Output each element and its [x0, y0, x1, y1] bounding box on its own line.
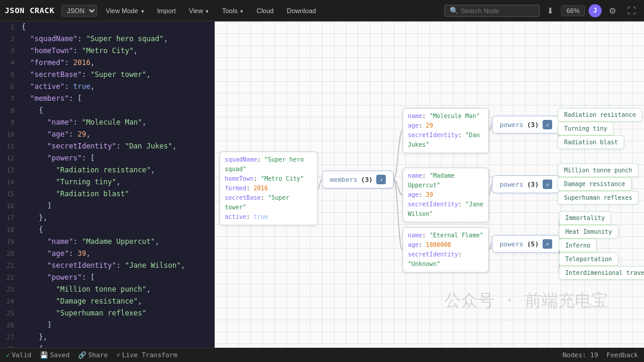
- editor-line: 3 "homeTown": "Metro City",: [0, 45, 214, 57]
- leaf-node: Million tonne punch: [558, 163, 639, 177]
- tools-button[interactable]: Tools ▾: [217, 5, 248, 16]
- settings-icon-button[interactable]: ⚙: [605, 5, 620, 17]
- editor-line: 26 ]: [0, 320, 214, 332]
- editor-line: 10 "age": 29,: [0, 129, 214, 141]
- watermark: 公众号 · 前端充电宝: [444, 289, 608, 312]
- expand-icon[interactable]: ↗: [376, 175, 386, 184]
- format-select[interactable]: JSON YAML XML: [61, 5, 97, 17]
- editor-line: 28 {: [0, 344, 214, 348]
- editor-line: 9 "name": "Molecule Man",: [0, 117, 214, 129]
- brand-logo: JSON CRACK: [5, 6, 54, 15]
- array-count: (5): [527, 240, 539, 248]
- graph-node[interactable]: name: "Molecule Man"age: 29secretIdentit…: [402, 108, 489, 153]
- editor-line: 14 "Turning tiny",: [0, 177, 214, 188]
- json-editor[interactable]: 1{2 "squadName": "Super hero squad",3 "h…: [0, 21, 215, 348]
- search-input[interactable]: [461, 7, 532, 14]
- editor-line: 5 "secretBase": "Super tower",: [0, 69, 214, 81]
- saved-status: 💾 Saved: [40, 351, 70, 359]
- graph-node[interactable]: name: "Madame Uppercut"age: 39secretIden…: [402, 168, 489, 222]
- cloud-button[interactable]: Cloud: [252, 5, 278, 16]
- array-node[interactable]: powers (3) ↗: [492, 116, 560, 134]
- leaf-node: Radiation blast: [558, 135, 624, 149]
- editor-line: 7 "members": [: [0, 93, 214, 105]
- import-button[interactable]: Import: [153, 5, 181, 16]
- feedback-link[interactable]: Feedback: [606, 351, 638, 359]
- editor-line: 24 "Damage resistance",: [0, 296, 214, 308]
- editor-line: 4 "formed": 2016,: [0, 57, 214, 69]
- editor-line: 13 "Radiation resistance",: [0, 165, 214, 177]
- leaf-node: Radiation resistance: [558, 108, 642, 122]
- editor-line: 8 {: [0, 105, 214, 117]
- editor-line: 21 "secretIdentity": "Jane Wilson",: [0, 260, 214, 272]
- share-icon: 🔗: [78, 351, 86, 359]
- array-count: (3): [527, 121, 539, 129]
- array-node[interactable]: powers (5) ↗: [492, 235, 560, 253]
- array-label: powers: [500, 181, 524, 188]
- graph-node[interactable]: name: "Eternal Flame"age: 1000000secretI…: [402, 227, 489, 273]
- save-icon: 💾: [40, 351, 48, 359]
- share-status[interactable]: 🔗 Share: [78, 351, 108, 359]
- editor-line: 22 "powers": [: [0, 272, 214, 284]
- expand-icon[interactable]: ↗: [543, 239, 552, 249]
- editor-line: 20 "age": 39,: [0, 248, 214, 260]
- valid-icon: ✓: [6, 351, 10, 359]
- leaf-node: Teleportation: [559, 252, 618, 266]
- editor-line: 12 "powers": [: [0, 153, 214, 165]
- editor-line: 25 "Superhuman reflexes": [0, 308, 214, 320]
- chevron-down-icon2: ▾: [206, 8, 209, 14]
- editor-line: 17 },: [0, 212, 214, 224]
- editor-line: 15 "Radiation blast": [0, 188, 214, 200]
- array-label: powers: [500, 240, 524, 248]
- leaf-node: Damage resistance: [558, 177, 631, 191]
- editor-line: 11 "secretIdentity": "Dan Jukes",: [0, 141, 214, 153]
- nodes-count: Nodes: 19: [562, 351, 598, 359]
- search-icon: 🔍: [450, 7, 459, 15]
- array-count: (3): [361, 176, 373, 184]
- editor-line: 18 {: [0, 224, 214, 236]
- view-button[interactable]: View ▾: [184, 5, 214, 16]
- view-mode-button[interactable]: View Mode ▾: [101, 5, 148, 16]
- valid-status: ✓ Valid: [6, 351, 32, 359]
- fullscreen-icon-button[interactable]: ⛶: [624, 5, 639, 17]
- live-transform-status: ⚡ Live Transform: [116, 351, 177, 359]
- editor-line: 6 "active": true,: [0, 81, 214, 93]
- leaf-node: Inferno: [559, 239, 597, 252]
- editor-line: 2 "squadName": "Super hero squad",: [0, 33, 214, 45]
- leaf-node: Heat Immunity: [559, 225, 618, 239]
- avatar[interactable]: J: [589, 4, 602, 17]
- bottombar: ✓ Valid 💾 Saved 🔗 Share ⚡ Live Transform…: [0, 348, 644, 362]
- graph-node[interactable]: squadName: "Super hero squad"homeTown: "…: [219, 151, 318, 225]
- graph-canvas[interactable]: 公众号 · 前端充电宝 squadName: "Super hero squad…: [215, 21, 644, 348]
- chevron-down-icon: ▾: [141, 8, 144, 14]
- array-node[interactable]: powers (3) ↗: [492, 175, 560, 193]
- zoom-button[interactable]: 66%: [561, 5, 585, 16]
- array-label: members: [330, 176, 357, 184]
- leaf-node: Turning tiny: [558, 122, 614, 135]
- editor-line: 19 "name": "Madame Uppercut",: [0, 236, 214, 248]
- main-layout: 1{2 "squadName": "Super hero squad",3 "h…: [0, 21, 644, 348]
- array-node[interactable]: members (3) ↗: [322, 171, 394, 188]
- editor-line: 23 "Million tonne punch",: [0, 284, 214, 296]
- editor-line: 16 ]: [0, 200, 214, 212]
- topbar: JSON CRACK JSON YAML XML View Mode ▾ Imp…: [0, 0, 644, 21]
- live-icon: ⚡: [116, 351, 120, 359]
- leaf-node: Superhuman reflexes: [558, 191, 639, 205]
- editor-line: 1{: [0, 21, 214, 33]
- array-label: powers: [500, 121, 524, 129]
- editor-line: 27 },: [0, 332, 214, 344]
- expand-icon[interactable]: ↗: [543, 120, 552, 129]
- search-box: 🔍: [444, 5, 540, 17]
- chevron-down-icon3: ▾: [240, 8, 243, 14]
- expand-icon[interactable]: ↗: [543, 180, 552, 189]
- leaf-node: Immortality: [559, 211, 611, 225]
- array-count: (3): [527, 181, 539, 188]
- leaf-node: Interdimensional travel: [559, 266, 644, 280]
- download-icon-button[interactable]: ⬇: [543, 5, 558, 17]
- download-button[interactable]: Download: [282, 5, 321, 16]
